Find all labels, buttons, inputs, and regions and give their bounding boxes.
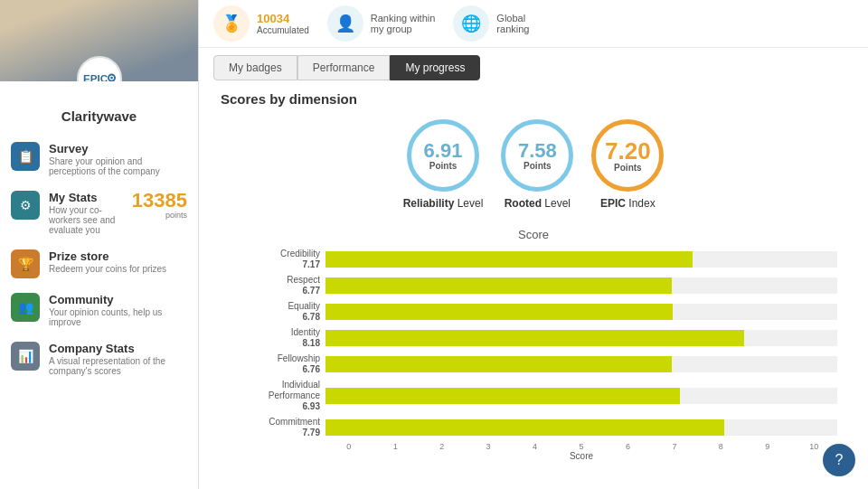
- bar-fill: [326, 419, 724, 436]
- rooted-unit: Points: [524, 161, 552, 171]
- community-title: Community: [49, 293, 187, 306]
- bar-row: Commitment 7.79: [230, 417, 837, 438]
- sidebar-item-mystats[interactable]: ⚙ My Stats How your co-workers see and e…: [0, 183, 198, 242]
- bar-row: Identity 8.18: [230, 327, 837, 349]
- sidebar-item-companystats[interactable]: 📊 Company Stats A visual representation …: [0, 334, 198, 383]
- bar-chart-area: Score Credibility 7.17 Respect 6.77 Equa…: [221, 228, 846, 470]
- survey-subtitle: Share your opinion and perceptions of th…: [49, 156, 187, 176]
- scores-title: Scores by dimension: [221, 91, 846, 107]
- bar-fill: [326, 388, 680, 404]
- sidebar-item-community[interactable]: 👥 Community Your opinion counts, help us…: [0, 286, 198, 334]
- bar-fill: [326, 330, 744, 346]
- chart-axis: 012345678910: [326, 438, 837, 451]
- axis-tick: 2: [419, 442, 465, 451]
- accumulated-info: 10034 Accumulated: [257, 12, 309, 35]
- rooted-value: 7.58: [518, 141, 557, 161]
- bar-row: Respect 6.77: [230, 275, 837, 296]
- circle-reliability: 6.91 Points Reliability Level: [403, 119, 484, 210]
- bar-row: Fellowship 6.76: [230, 353, 837, 375]
- reliability-label: Reliability Level: [403, 197, 484, 210]
- stat-group-ranking: 👤 Ranking withinmy group: [327, 5, 436, 42]
- reliability-ring: 6.91 Points: [407, 119, 479, 192]
- global-ranking-label: Globalranking: [496, 13, 529, 34]
- prizestore-subtitle: Redeem your coins for prizes: [49, 264, 166, 274]
- axis-tick: 5: [558, 442, 604, 451]
- mystats-subtitle: How your co-workers see and evaluate you: [49, 205, 123, 235]
- bar-label: Commitment 7.79: [230, 417, 320, 438]
- bar-fill: [326, 304, 673, 320]
- mystats-icon: ⚙: [11, 191, 40, 220]
- axis-title: Score: [326, 451, 837, 461]
- bar-chart: Credibility 7.17 Respect 6.77 Equality 6…: [230, 249, 837, 438]
- bar-row: Credibility 7.17: [230, 249, 837, 270]
- prizestore-text: Prize store Redeem your coins for prizes: [49, 249, 166, 274]
- bar-container: [326, 356, 837, 372]
- reliability-value: 6.91: [424, 141, 463, 161]
- accumulated-icon: 🏅: [213, 5, 250, 42]
- bar-row: Individual Performance 6.93: [230, 380, 837, 412]
- axis-tick: 9: [744, 442, 790, 451]
- sidebar-item-survey[interactable]: 📋 Survey Share your opinion and percepti…: [0, 135, 198, 183]
- global-ranking-info: Globalranking: [496, 13, 529, 34]
- bar-container: [326, 330, 837, 346]
- bar-fill: [326, 356, 672, 372]
- chat-icon: ?: [835, 452, 844, 468]
- epic-unit: Points: [614, 163, 642, 173]
- epic-value: 7.20: [605, 139, 651, 163]
- bar-label: Respect 6.77: [230, 275, 320, 296]
- circle-epic: 7.20 Points EPIC Index: [591, 119, 664, 210]
- circle-rooted: 7.58 Points Rooted Level: [501, 119, 573, 210]
- tab-my-progress[interactable]: My progress: [390, 55, 480, 80]
- community-subtitle: Your opinion counts, help us improve: [49, 307, 187, 327]
- bar-label: Individual Performance 6.93: [230, 380, 320, 412]
- svg-point-3: [110, 77, 113, 80]
- axis-tick: 7: [651, 442, 697, 451]
- tab-my-badges[interactable]: My badges: [213, 55, 297, 80]
- epic-label: EPIC Index: [600, 197, 656, 210]
- points-label: points: [132, 211, 187, 220]
- axis-tick: 4: [512, 442, 558, 451]
- sidebar: EPIC Claritywave 📋 Survey Share your opi…: [0, 0, 199, 489]
- stat-global-ranking: 🌐 Globalranking: [453, 5, 529, 42]
- axis-tick: 8: [698, 442, 744, 451]
- prizestore-title: Prize store: [49, 249, 166, 263]
- main-content: 🏅 10034 Accumulated 👤 Ranking withinmy g…: [199, 0, 868, 489]
- sidebar-photo: EPIC: [0, 0, 198, 81]
- svg-text:EPIC: EPIC: [83, 73, 108, 82]
- survey-text: Survey Share your opinion and perception…: [49, 142, 187, 176]
- top-stats-bar: 🏅 10034 Accumulated 👤 Ranking withinmy g…: [199, 0, 868, 48]
- bar-container: [326, 251, 837, 268]
- bar-label: Equality 6.78: [230, 301, 320, 323]
- tab-performance[interactable]: Performance: [297, 55, 391, 80]
- community-text: Community Your opinion counts, help us i…: [49, 293, 187, 327]
- bar-label: Identity 8.18: [230, 327, 320, 349]
- survey-title: Survey: [49, 142, 187, 155]
- community-icon: 👥: [11, 293, 40, 322]
- tabs-bar: My badges Performance My progress: [199, 48, 868, 80]
- axis-tick: 0: [326, 442, 372, 451]
- axis-tick: 6: [605, 442, 651, 451]
- bar-label: Credibility 7.17: [230, 249, 320, 270]
- survey-icon: 📋: [11, 142, 40, 171]
- bar-container: [326, 419, 837, 436]
- score-circles: 6.91 Points Reliability Level 7.58 Point…: [221, 119, 846, 210]
- chart-title: Score: [230, 228, 837, 241]
- bar-label: Fellowship 6.76: [230, 353, 320, 375]
- bar-fill: [326, 277, 672, 294]
- scores-section: Scores by dimension 6.91 Points Reliabil…: [199, 80, 868, 489]
- chat-button[interactable]: ?: [823, 444, 855, 476]
- brand-name: Claritywave: [0, 108, 198, 131]
- accumulated-value: 10034: [257, 12, 309, 25]
- bar-container: [326, 277, 837, 294]
- sidebar-item-prizestore[interactable]: 🏆 Prize store Redeem your coins for priz…: [0, 242, 198, 286]
- companystats-text: Company Stats A visual representation of…: [49, 342, 187, 376]
- mystats-text: My Stats How your co-workers see and eva…: [49, 191, 123, 235]
- points-value: 13385: [132, 189, 187, 212]
- stat-accumulated: 🏅 10034 Accumulated: [213, 5, 309, 42]
- group-ranking-icon: 👤: [327, 5, 363, 42]
- epic-ring: 7.20 Points: [591, 119, 664, 192]
- sidebar-nav: 📋 Survey Share your opinion and percepti…: [0, 131, 198, 489]
- axis-tick: 1: [372, 442, 418, 451]
- reliability-unit: Points: [429, 161, 458, 171]
- group-ranking-label: Ranking withinmy group: [371, 13, 436, 34]
